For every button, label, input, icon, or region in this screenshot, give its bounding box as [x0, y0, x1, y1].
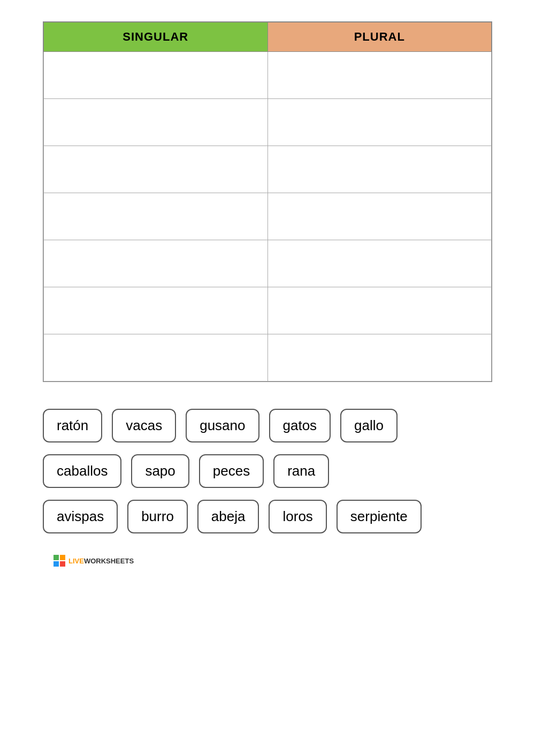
liveworksheets-logo: LIVEWORKSHEETS	[54, 555, 134, 567]
plural-header: PLURAL	[268, 22, 492, 52]
singular-cell[interactable]	[44, 193, 268, 240]
word-chip[interactable]: peces	[199, 454, 264, 488]
singular-cell[interactable]	[44, 52, 268, 99]
table-row[interactable]	[44, 287, 492, 334]
word-chip[interactable]: caballos	[43, 454, 121, 488]
table-row[interactable]	[44, 193, 492, 240]
word-row-2: caballossapopecesrana	[43, 454, 492, 488]
svg-rect-0	[54, 555, 59, 560]
word-chip[interactable]: serpiente	[337, 500, 422, 533]
word-row-3: avispasburroabejalorosserpiente	[43, 500, 492, 533]
word-chip[interactable]: burro	[127, 500, 188, 533]
table-row[interactable]	[44, 240, 492, 287]
word-chip[interactable]: rana	[273, 454, 329, 488]
logo-text: LIVEWORKSHEETS	[68, 557, 134, 565]
table-row[interactable]	[44, 52, 492, 99]
singular-cell[interactable]	[44, 99, 268, 146]
svg-rect-1	[60, 555, 65, 560]
word-chip[interactable]: gallo	[340, 409, 398, 442]
svg-rect-2	[54, 561, 59, 567]
table-row[interactable]	[44, 146, 492, 193]
table-row[interactable]	[44, 334, 492, 381]
singular-plural-table: SINGULAR PLURAL	[43, 21, 492, 382]
word-chip[interactable]: avispas	[43, 500, 118, 533]
plural-cell[interactable]	[268, 240, 492, 287]
word-chip[interactable]: vacas	[112, 409, 176, 442]
word-chip[interactable]: sapo	[131, 454, 189, 488]
singular-cell[interactable]	[44, 287, 268, 334]
svg-rect-3	[60, 561, 65, 567]
word-row-1: ratónvacasgusanogatosgallo	[43, 409, 492, 442]
word-chip[interactable]: gusano	[186, 409, 259, 442]
plural-cell[interactable]	[268, 193, 492, 240]
singular-cell[interactable]	[44, 146, 268, 193]
singular-cell[interactable]	[44, 334, 268, 381]
word-bank: ratónvacasgusanogatosgallo caballossapop…	[43, 409, 492, 533]
plural-cell[interactable]	[268, 287, 492, 334]
logo-live: LIVE	[68, 557, 84, 565]
logo-worksheets: WORKSHEETS	[84, 557, 134, 565]
word-chip[interactable]: ratón	[43, 409, 102, 442]
table-row[interactable]	[44, 99, 492, 146]
singular-cell[interactable]	[44, 240, 268, 287]
word-chip[interactable]: abeja	[197, 500, 259, 533]
plural-cell[interactable]	[268, 334, 492, 381]
logo-icon	[54, 555, 65, 567]
word-chip[interactable]: gatos	[269, 409, 331, 442]
word-chip[interactable]: loros	[269, 500, 326, 533]
singular-header: SINGULAR	[44, 22, 268, 52]
plural-cell[interactable]	[268, 52, 492, 99]
plural-cell[interactable]	[268, 99, 492, 146]
plural-cell[interactable]	[268, 146, 492, 193]
